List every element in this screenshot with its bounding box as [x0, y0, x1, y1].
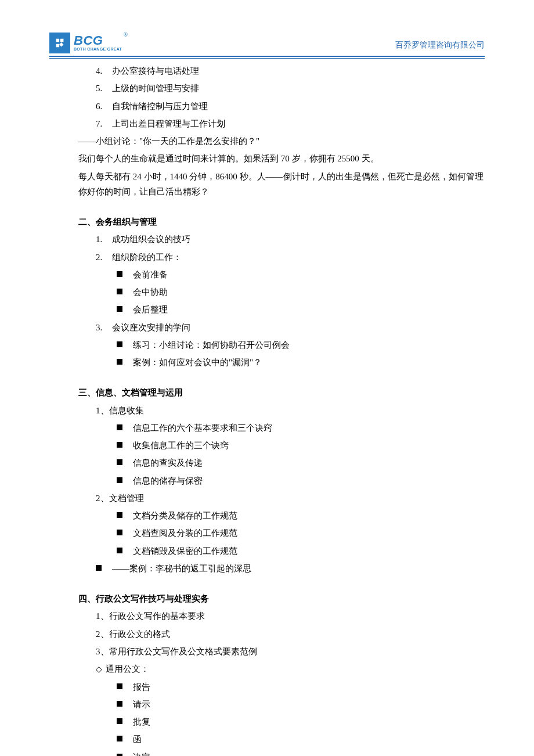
section4-general: 通用公文：	[49, 660, 485, 678]
section4-heading: 四、行政公文写作技巧与处理实务	[49, 590, 485, 607]
list-item: 5.上级的时间管理与安排	[96, 80, 485, 97]
section2-heading: 二、会务组织与管理	[49, 213, 485, 231]
bullet-item: 报告	[117, 678, 485, 696]
section3-g2-list: 文档分类及储存的工作规范 文档查阅及分装的工作规范 文档销毁及保密的工作规范	[49, 507, 485, 560]
bullet-item: 决定	[117, 748, 485, 757]
bullet-text: 批复	[133, 717, 150, 726]
document-page: ® BCG BOTH CHANGE GREAT 百乔罗管理咨询有限公司 4.办公…	[0, 0, 534, 756]
bullet-item: 批复	[117, 713, 485, 730]
section3-g2: 2、文档管理	[49, 489, 485, 507]
bullet-item: 请示	[117, 696, 485, 713]
bullet-text: 会中协助	[133, 287, 168, 297]
logo: ® BCG BOTH CHANGE GREAT	[49, 33, 122, 53]
section3-case: ——案例：李秘书的返工引起的深思	[49, 560, 485, 577]
bullet-item: 文档销毁及保密的工作规范	[117, 542, 485, 560]
bullet-text: 请示	[133, 700, 150, 709]
section2-list: 1.成功组织会议的技巧 2.组织阶段的工作：	[49, 231, 485, 266]
paragraph: 每人每天都有 24 小时，1440 分钟，86400 秒。人——倒计时，人的出生…	[49, 168, 485, 201]
bullet-item: 文档查阅及分装的工作规范	[117, 524, 485, 542]
list-item: 7.上司出差日程管理与工作计划	[96, 115, 485, 132]
bullet-item: 信息的查实及传递	[117, 454, 485, 471]
section4-n2: 2、行政公文的格式	[49, 625, 485, 643]
logo-subtitle: BOTH CHANGE GREAT	[74, 47, 122, 52]
section1-list: 4.办公室接待与电话处理 5.上级的时间管理与安排 6.自我情绪控制与压力管理 …	[49, 62, 485, 132]
list-text: 组织阶段的工作：	[112, 253, 182, 262]
logo-text: BCG	[74, 34, 122, 47]
section4-n1: 1、行政公文写作的基本要求	[49, 607, 485, 625]
bullet-item: 信息的储存与保密	[117, 472, 485, 489]
bullet-item: 案例：如何应对会议中的"漏洞"？	[117, 354, 485, 371]
bullet-text: 会后整理	[133, 305, 168, 314]
bullet-text: 报告	[133, 682, 150, 692]
bullet-item: ——案例：李秘书的返工引起的深思	[96, 560, 485, 577]
list-item: 1.成功组织会议的技巧	[96, 231, 485, 248]
bullet-item: 信息工作的六个基本要求和三个诀窍	[117, 419, 485, 437]
bullet-text: 练习：小组讨论：如何协助召开公司例会	[133, 340, 290, 350]
bullet-text: ——案例：李秘书的返工引起的深思	[112, 564, 251, 573]
bullet-item: 函	[117, 730, 485, 748]
list-item: 4.办公室接待与电话处理	[96, 62, 485, 80]
bullet-text: 文档查阅及分装的工作规范	[133, 528, 237, 538]
section2-sub2: 会前准备 会中协助 会后整理	[49, 266, 485, 319]
bullet-item: 会后整理	[117, 301, 485, 318]
list-text: 上司出差日程管理与工作计划	[112, 119, 225, 128]
bullet-text: 会前准备	[133, 270, 168, 279]
bullet-text: 文档分类及储存的工作规范	[133, 511, 237, 520]
page-header: ® BCG BOTH CHANGE GREAT 百乔罗管理咨询有限公司	[49, 33, 485, 55]
section2-sub3: 练习：小组讨论：如何协助召开公司例会 案例：如何应对会议中的"漏洞"？	[49, 336, 485, 372]
list-text: 会议座次安排的学问	[112, 323, 190, 332]
paragraph: 我们每个人的生命就是通过时间来计算的。如果活到 70 岁，你拥有 25500 天…	[49, 150, 485, 167]
section3-g1: 1、信息收集	[49, 402, 485, 419]
list-text: 自我情绪控制与压力管理	[112, 102, 208, 111]
list-text: 办公室接待与电话处理	[112, 66, 199, 75]
section2-list-b: 3.会议座次安排的学问	[49, 319, 485, 336]
bullet-text: 函	[133, 735, 142, 744]
list-item: 6.自我情绪控制与压力管理	[96, 98, 485, 115]
logo-mark-icon	[49, 33, 70, 53]
list-text: 上级的时间管理与安排	[112, 84, 199, 93]
list-item: 3.会议座次安排的学问	[96, 319, 485, 336]
section4-general-list: 报告 请示 批复 函 决定 公告 通告	[49, 678, 485, 757]
bullet-text: 决定	[133, 753, 150, 757]
paragraph: ——小组讨论："你一天的工作是怎么安排的？"	[49, 132, 485, 150]
bullet-text: 文档销毁及保密的工作规范	[133, 546, 237, 556]
diamond-text: 通用公文：	[106, 664, 149, 674]
bullet-item: 收集信息工作的三个诀窍	[117, 437, 485, 454]
bullet-item: 文档分类及储存的工作规范	[117, 507, 485, 524]
bullet-text: 信息的查实及传递	[133, 458, 203, 467]
bullet-item: 练习：小组讨论：如何协助召开公司例会	[117, 336, 485, 354]
document-body: 4.办公室接待与电话处理 5.上级的时间管理与安排 6.自我情绪控制与压力管理 …	[49, 59, 485, 756]
bullet-item: 会中协助	[117, 283, 485, 301]
bullet-text: 案例：如何应对会议中的"漏洞"？	[133, 358, 262, 367]
bullet-text: 收集信息工作的三个诀窍	[133, 441, 229, 450]
logo-registered: ®	[124, 30, 128, 40]
section4-n3: 3、常用行政公文写作及公文格式要素范例	[49, 643, 485, 660]
list-text: 成功组织会议的技巧	[112, 235, 190, 244]
section3-heading: 三、信息、文档管理与运用	[49, 384, 485, 401]
bullet-text: 信息的储存与保密	[133, 476, 203, 485]
company-name: 百乔罗管理咨询有限公司	[395, 38, 485, 54]
bullet-item: 会前准备	[117, 266, 485, 283]
section3-g1-list: 信息工作的六个基本要求和三个诀窍 收集信息工作的三个诀窍 信息的查实及传递 信息…	[49, 419, 485, 489]
list-item: 2.组织阶段的工作：	[96, 249, 485, 266]
bullet-text: 信息工作的六个基本要求和三个诀窍	[133, 423, 272, 433]
